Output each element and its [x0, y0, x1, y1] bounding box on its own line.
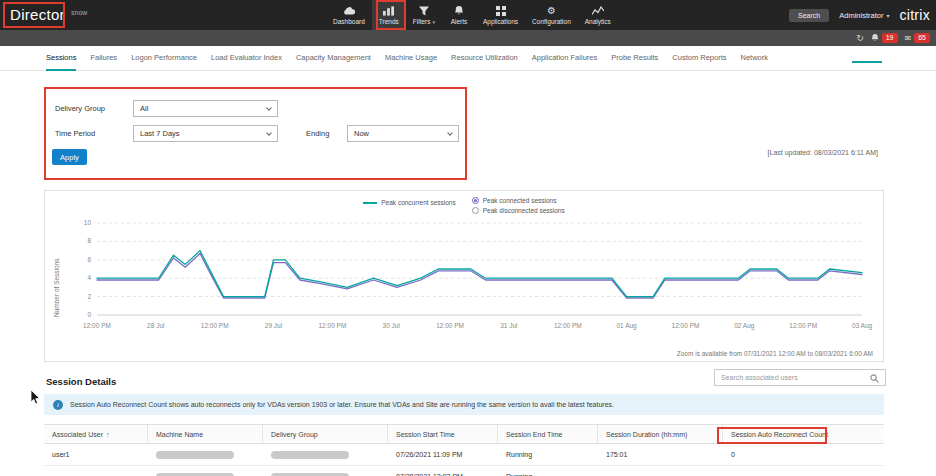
column-header-label: Machine Name	[156, 431, 203, 438]
tab-custom-reports[interactable]: Custom Reports	[672, 46, 726, 71]
svg-text:12:00 PM: 12:00 PM	[83, 322, 111, 329]
message-count-badge: 65	[914, 33, 930, 43]
radio-selected-icon[interactable]	[472, 197, 479, 204]
ending-select[interactable]: Now	[347, 125, 459, 142]
radio-unselected-icon[interactable]	[472, 207, 479, 214]
delivery-group-label: Delivery Group	[55, 104, 105, 113]
legend-item-peak-concurrent-sessions: Peak concurrent sessions	[363, 199, 455, 206]
column-header-label: Session Duration (hh:mm)	[606, 431, 687, 438]
redacted-value-bar	[156, 451, 234, 459]
tab-resource-utilization[interactable]: Resource Utilization	[451, 46, 518, 71]
tab-network[interactable]: Network	[741, 46, 769, 71]
svg-text:0: 0	[87, 311, 91, 318]
y-axis-label: Number of Sessions	[53, 221, 60, 317]
nav-configuration[interactable]: ⚙Configuration	[525, 0, 578, 30]
tab-load-evaluator-index[interactable]: Load Evaluator Index	[211, 46, 282, 71]
user-menu[interactable]: Administrator ▾	[839, 11, 889, 20]
refresh-icon[interactable]: ↻	[856, 34, 864, 43]
search-button[interactable]: Search	[789, 9, 829, 22]
zoom-availability-note: Zoom is available from 07/31/2021 12:00 …	[677, 350, 873, 357]
nav-filters[interactable]: Filters▾	[406, 0, 442, 30]
session-details-title: Session Details	[46, 376, 116, 387]
time-period-select[interactable]: Last 7 Days	[133, 125, 278, 142]
tab-failures[interactable]: Failures	[90, 46, 117, 71]
column-header-session-end-time[interactable]: Session End Time	[498, 425, 598, 443]
cell-session-end-time: Running	[498, 444, 598, 465]
nav-analytics[interactable]: Analytics	[578, 0, 618, 30]
table-row[interactable]: 07/28/2021 12:03 PMRunning	[44, 466, 884, 476]
chevron-down-icon	[447, 130, 453, 136]
apply-button[interactable]: Apply	[52, 149, 87, 165]
chevron-down-icon	[266, 130, 272, 136]
tab-application-failures[interactable]: Application Failures	[532, 46, 597, 71]
column-header-machine-name[interactable]: Machine Name	[148, 425, 263, 443]
dashboard-icon	[342, 5, 356, 16]
column-header-session-auto-reconnect-count[interactable]: Session Auto Reconnect Count	[723, 425, 884, 443]
legend-label: Peak disconnected sessions	[483, 207, 565, 214]
svg-text:12:00 PM: 12:00 PM	[318, 322, 346, 329]
svg-text:03 Aug: 03 Aug	[852, 322, 873, 330]
nav-label: Analytics	[585, 18, 611, 25]
nav-applications[interactable]: Applications	[476, 0, 525, 30]
column-header-delivery-group[interactable]: Delivery Group	[263, 425, 388, 443]
svg-text:12:00 PM: 12:00 PM	[554, 322, 582, 329]
ending-value: Now	[354, 129, 369, 138]
analytics-icon	[592, 5, 604, 16]
time-period-value: Last 7 Days	[140, 129, 180, 138]
chart-legend: Peak concurrent sessionsPeak connected s…	[45, 197, 883, 214]
nav-dashboard[interactable]: Dashboard	[326, 0, 372, 30]
bell-icon	[871, 34, 879, 42]
envelope-icon: ✉	[905, 34, 912, 43]
cell-associated-user: user1	[44, 444, 148, 465]
search-icon	[870, 369, 879, 387]
table-row[interactable]: user107/26/2021 11:09 PMRunning175:010	[44, 444, 884, 466]
svg-text:4: 4	[87, 274, 91, 281]
redacted-value-bar	[271, 451, 349, 459]
svg-text:12:00 PM: 12:00 PM	[436, 322, 464, 329]
mouse-cursor	[30, 390, 41, 409]
tab-probe-results[interactable]: Probe Results	[611, 46, 658, 71]
top-bar: Director snow DashboardTrendsFilters▾Ale…	[0, 0, 936, 30]
cell-delivery-group	[263, 466, 388, 476]
chevron-down-icon: ▾	[433, 19, 436, 25]
svg-text:12:00 PM: 12:00 PM	[201, 322, 229, 329]
sessions-line-chart[interactable]: 024681012:00 PM28 Jul12:00 PM29 Jul12:00…	[67, 215, 879, 349]
legend-line-swatch	[363, 202, 377, 204]
tab-machine-usage[interactable]: Machine Usage	[385, 46, 437, 71]
messages-badge-group[interactable]: ✉ 65	[905, 33, 931, 43]
tab-logon-performance[interactable]: Logon Performance	[131, 46, 197, 71]
column-header-session-duration[interactable]: Session Duration (hh:mm)	[598, 425, 723, 443]
trends-tab-bar: SessionsFailuresLogon PerformanceLoad Ev…	[0, 46, 936, 71]
svg-text:30 Jul: 30 Jul	[383, 322, 401, 329]
citrix-brand-logo: citrix	[899, 7, 930, 23]
cell-session-auto-reconnect-count: 0	[723, 444, 884, 465]
associated-users-search-input[interactable]: Search associated users	[714, 369, 886, 386]
cell-machine-name	[148, 466, 263, 476]
time-period-label: Time Period	[55, 129, 95, 138]
svg-text:12:00 PM: 12:00 PM	[789, 322, 817, 329]
legend-label: Peak connected sessions	[483, 197, 557, 204]
legend-item-peak-disconnected-sessions[interactable]: Peak disconnected sessions	[472, 207, 565, 214]
cell-session-duration: 175:01	[598, 444, 723, 465]
nav-trends[interactable]: Trends	[372, 0, 406, 30]
delivery-group-select[interactable]: All	[133, 100, 278, 117]
nav-alerts[interactable]: Alerts	[442, 0, 476, 30]
column-header-label: Session End Time	[506, 431, 562, 438]
tab-capacity-management[interactable]: Capacity Management	[296, 46, 371, 71]
site-name: snow	[71, 9, 87, 16]
cell-session-start-time: 07/28/2021 12:03 PM	[388, 466, 498, 476]
column-header-session-start-time[interactable]: Session Start Time	[388, 425, 498, 443]
nav-label: Trends	[379, 18, 399, 25]
legend-radio-group: Peak connected sessionsPeak disconnected…	[472, 197, 565, 214]
cell-machine-name	[148, 444, 263, 465]
legend-label: Peak concurrent sessions	[381, 199, 455, 206]
svg-text:2: 2	[87, 293, 91, 300]
column-header-associated-user[interactable]: Associated User↑	[44, 425, 148, 443]
chevron-down-icon	[266, 105, 272, 111]
tab-sessions[interactable]: Sessions	[46, 46, 76, 71]
legend-item-peak-connected-sessions[interactable]: Peak connected sessions	[472, 197, 565, 204]
alerts-badge-group[interactable]: 19	[871, 33, 898, 43]
column-header-label: Session Start Time	[396, 431, 455, 438]
nav-label: Dashboard	[333, 18, 365, 25]
info-banner-text: Session Auto Reconnect Count shows auto …	[70, 401, 614, 408]
